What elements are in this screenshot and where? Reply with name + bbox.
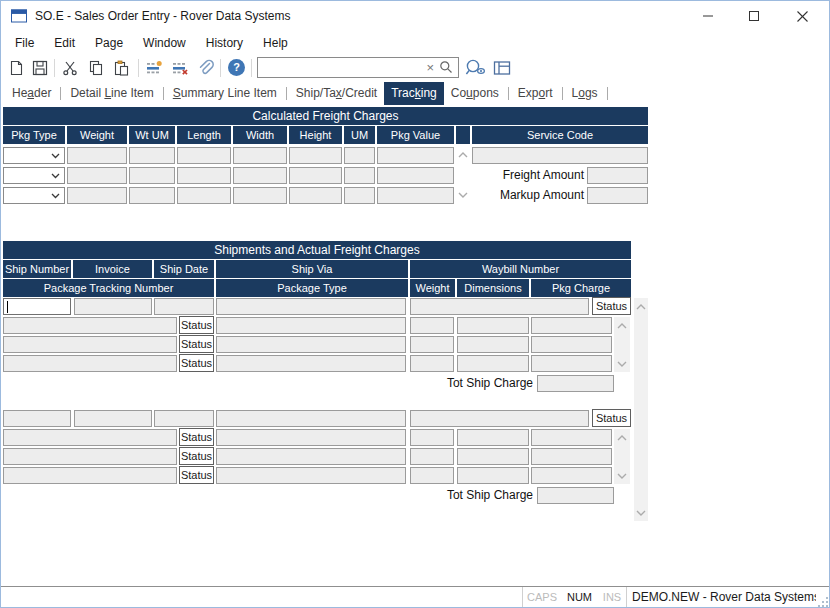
width-field[interactable]: [233, 147, 287, 164]
pkg-value-field[interactable]: [377, 187, 454, 204]
tot-ship-charge-field[interactable]: [537, 375, 614, 392]
table-layout-icon[interactable]: [493, 59, 511, 77]
height-field[interactable]: [289, 147, 342, 164]
menu-history[interactable]: History: [196, 31, 253, 55]
ship-status-button[interactable]: Status: [592, 297, 631, 315]
package-tracking-field[interactable]: [3, 448, 177, 465]
package-dimensions-field[interactable]: [457, 429, 529, 446]
ship-via-field[interactable]: [216, 410, 406, 427]
length-field[interactable]: [177, 187, 231, 204]
package-charge-field[interactable]: [531, 429, 612, 446]
length-field[interactable]: [177, 167, 231, 184]
shipments-scrollbar[interactable]: [634, 298, 648, 521]
package-type-field[interactable]: [216, 467, 406, 484]
minimize-button[interactable]: [685, 1, 731, 31]
menu-help[interactable]: Help: [253, 31, 298, 55]
package-weight-field[interactable]: [410, 355, 454, 372]
package-dimensions-field[interactable]: [457, 336, 529, 353]
package-status-button[interactable]: Status: [179, 428, 214, 446]
um-field[interactable]: [344, 187, 375, 204]
package-status-button[interactable]: Status: [179, 335, 214, 353]
package-dimensions-field[interactable]: [457, 467, 529, 484]
package-weight-field[interactable]: [410, 317, 454, 334]
invoice-field[interactable]: [74, 410, 152, 427]
cut-icon[interactable]: [61, 59, 79, 77]
weight-field[interactable]: [67, 167, 127, 184]
freight-amount-field[interactable]: [587, 167, 648, 184]
length-field[interactable]: [177, 147, 231, 164]
ship-number-field[interactable]: [3, 298, 71, 315]
menu-page[interactable]: Page: [85, 31, 133, 55]
invoice-field[interactable]: [74, 298, 152, 315]
tab-header[interactable]: Header: [5, 82, 58, 105]
package-tracking-field[interactable]: [3, 336, 177, 353]
lookup-user-icon[interactable]: [464, 59, 488, 77]
delete-row-icon[interactable]: [171, 59, 189, 77]
clear-search-icon[interactable]: ×: [426, 59, 434, 77]
um-field[interactable]: [344, 147, 375, 164]
tab-detail-line-item[interactable]: Detail Line Item: [63, 82, 160, 105]
package-tracking-field[interactable]: [3, 429, 177, 446]
package-tracking-field[interactable]: [3, 317, 177, 334]
maximize-button[interactable]: [731, 1, 777, 31]
scroll-down-icon[interactable]: [615, 357, 629, 371]
menu-file[interactable]: File: [5, 31, 44, 55]
package-dimensions-field[interactable]: [457, 448, 529, 465]
scroll-down-icon[interactable]: [615, 469, 629, 483]
package-type-field[interactable]: [216, 336, 406, 353]
service-code-field[interactable]: [472, 147, 648, 164]
tab-ship-tax-credit[interactable]: Ship/Tax/Credit: [289, 82, 384, 105]
package-type-field[interactable]: [216, 429, 406, 446]
tab-coupons[interactable]: Coupons: [444, 82, 506, 105]
insert-row-icon[interactable]: [145, 59, 163, 77]
wt-um-field[interactable]: [129, 167, 175, 184]
markup-amount-field[interactable]: [587, 187, 648, 204]
um-field[interactable]: [344, 167, 375, 184]
package-type-field[interactable]: [216, 355, 406, 372]
scroll-down-icon[interactable]: [634, 506, 648, 520]
package-charge-field[interactable]: [531, 467, 612, 484]
ship-number-field[interactable]: [3, 410, 71, 427]
search-icon[interactable]: [439, 60, 453, 78]
width-field[interactable]: [233, 167, 287, 184]
pkg-type-select[interactable]: [3, 147, 65, 164]
attach-icon[interactable]: [196, 59, 214, 77]
tot-ship-charge-field[interactable]: [537, 487, 614, 504]
package-status-button[interactable]: Status: [179, 316, 214, 334]
save-icon[interactable]: [31, 59, 49, 77]
package-dimensions-field[interactable]: [457, 317, 529, 334]
tab-summary-line-item[interactable]: Summary Line Item: [166, 82, 284, 105]
package-weight-field[interactable]: [410, 336, 454, 353]
package-type-field[interactable]: [216, 317, 406, 334]
scroll-up-icon[interactable]: [456, 148, 470, 162]
pkg-type-select[interactable]: [3, 187, 65, 204]
menu-window[interactable]: Window: [133, 31, 196, 55]
ship-date-field[interactable]: [154, 410, 214, 427]
ship-date-field[interactable]: [154, 298, 214, 315]
package-status-button[interactable]: Status: [179, 354, 214, 372]
tab-tracking[interactable]: Tracking: [384, 82, 444, 105]
copy-icon[interactable]: [87, 59, 105, 77]
waybill-field[interactable]: [410, 298, 589, 315]
close-button[interactable]: [777, 1, 827, 31]
tab-export[interactable]: Export: [511, 82, 560, 105]
search-input[interactable]: [260, 59, 424, 77]
new-document-icon[interactable]: [7, 59, 25, 77]
ship-status-button[interactable]: Status: [592, 409, 631, 427]
package-charge-field[interactable]: [531, 317, 612, 334]
help-icon[interactable]: ?: [228, 59, 245, 76]
package-status-button[interactable]: Status: [179, 447, 214, 465]
scroll-up-icon[interactable]: [615, 431, 629, 445]
package-status-button[interactable]: Status: [179, 466, 214, 484]
package-charge-field[interactable]: [531, 355, 612, 372]
resize-grip[interactable]: [816, 587, 829, 608]
ship-via-field[interactable]: [216, 298, 406, 315]
package-weight-field[interactable]: [410, 448, 454, 465]
package-tracking-field[interactable]: [3, 467, 177, 484]
package-charge-field[interactable]: [531, 448, 612, 465]
menu-edit[interactable]: Edit: [44, 31, 85, 55]
package-charge-field[interactable]: [531, 336, 612, 353]
pkg-value-field[interactable]: [377, 147, 454, 164]
package-type-field[interactable]: [216, 448, 406, 465]
scroll-up-icon[interactable]: [615, 319, 629, 333]
